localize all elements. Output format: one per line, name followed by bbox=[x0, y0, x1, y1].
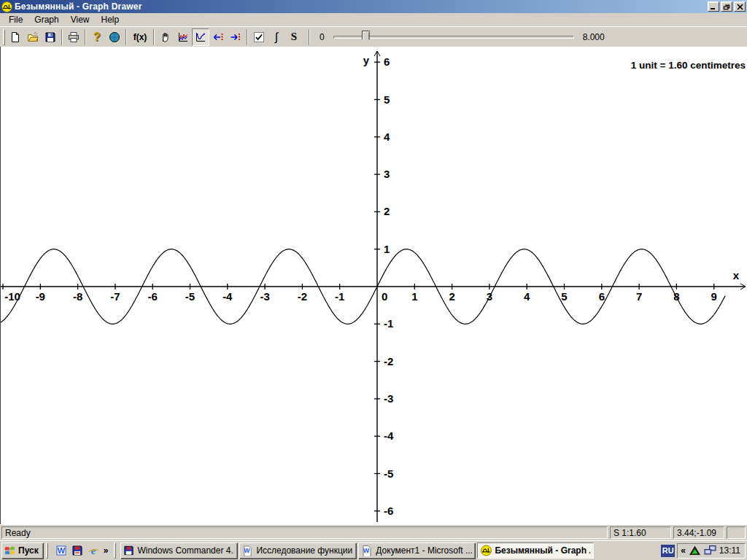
taskband-gripper[interactable] bbox=[114, 542, 116, 559]
quick-word-shortcut[interactable]: W bbox=[55, 545, 68, 557]
globe-button[interactable] bbox=[106, 28, 123, 46]
task-word-document1[interactable]: W Документ1 - Microsoft ... bbox=[358, 542, 475, 559]
task-windows-commander[interactable]: Windows Commander 4.... bbox=[120, 542, 237, 559]
language-indicator[interactable]: RU bbox=[661, 545, 675, 557]
svg-text:-10: -10 bbox=[4, 290, 20, 303]
graph-area: -10-9-8-7-6-5-4-3-2-1123456789654321-1-2… bbox=[0, 47, 747, 524]
svg-text:1: 1 bbox=[384, 243, 390, 255]
toolbar-separator bbox=[153, 29, 155, 45]
multi-graph-button[interactable] bbox=[174, 28, 192, 46]
parameter-slider-group: 0 8.000 bbox=[320, 32, 605, 42]
start-label: Пуск bbox=[18, 545, 39, 556]
svg-text:4: 4 bbox=[524, 290, 530, 303]
tray-panel: « 13:11 bbox=[677, 543, 746, 559]
svg-text:2: 2 bbox=[449, 290, 454, 303]
plot-canvas[interactable]: -10-9-8-7-6-5-4-3-2-1123456789654321-1-2… bbox=[1, 47, 747, 524]
svg-text:-3: -3 bbox=[384, 392, 393, 405]
close-icon bbox=[737, 4, 743, 10]
word-doc-icon: W bbox=[242, 545, 253, 556]
help-icon: ? bbox=[93, 31, 101, 44]
task-label: Windows Commander 4.... bbox=[137, 545, 234, 556]
title-bar: Безымянный - Graph Drawer bbox=[0, 0, 747, 13]
arrow-left-dotted-icon bbox=[212, 31, 224, 43]
svg-text:-8: -8 bbox=[73, 290, 82, 303]
svg-text:W: W bbox=[58, 546, 66, 555]
toolbar-separator bbox=[61, 29, 63, 45]
menu-graph[interactable]: Graph bbox=[28, 14, 64, 26]
toolbar-gripper[interactable] bbox=[3, 29, 5, 45]
svg-text:0: 0 bbox=[382, 290, 387, 303]
print-button[interactable] bbox=[65, 28, 82, 46]
menu-view[interactable]: View bbox=[65, 14, 96, 26]
chart-lines-icon bbox=[177, 31, 189, 43]
svg-text:-9: -9 bbox=[36, 290, 45, 303]
integral-icon: ∫ bbox=[275, 31, 278, 44]
new-button[interactable] bbox=[7, 28, 24, 46]
show-graph-checkbox[interactable] bbox=[250, 28, 268, 46]
svg-text:-1: -1 bbox=[335, 290, 344, 303]
quick-commander-shortcut[interactable] bbox=[71, 545, 84, 557]
quick-launch: W e » bbox=[51, 545, 113, 557]
svg-text:2: 2 bbox=[384, 205, 390, 217]
app-icon[interactable] bbox=[1, 1, 12, 12]
integral-button[interactable]: ∫ bbox=[268, 28, 285, 46]
internet-explorer-icon: e bbox=[88, 545, 99, 556]
close-button[interactable] bbox=[734, 1, 746, 12]
word-icon: W bbox=[55, 545, 67, 556]
unit-annotation: 1 unit = 1.60 centimetres bbox=[631, 60, 746, 71]
svg-text:-2: -2 bbox=[384, 355, 393, 368]
svg-text:6: 6 bbox=[599, 290, 605, 303]
toolbar-separator bbox=[85, 29, 86, 45]
svg-text:x: x bbox=[733, 269, 740, 281]
minimize-icon bbox=[710, 4, 717, 10]
status-bar: Ready S 1:1.60 3.44;-1.09 bbox=[0, 524, 747, 540]
hand-icon bbox=[160, 31, 171, 43]
function-button[interactable]: f(x) bbox=[129, 28, 151, 46]
task-word-issledovanie[interactable]: W Исследование функции... bbox=[239, 542, 356, 559]
window-title: Безымянный - Graph Drawer bbox=[15, 1, 706, 12]
svg-text:y: y bbox=[363, 54, 370, 66]
status-coordinates: 3.44;-1.09 bbox=[673, 526, 724, 539]
tray-clock[interactable]: 13:11 bbox=[719, 545, 740, 556]
s-icon: S bbox=[291, 31, 297, 43]
quick-internet-explorer-shortcut[interactable]: e bbox=[88, 545, 100, 557]
new-icon bbox=[9, 31, 21, 43]
task-label: Безымянный - Graph ... bbox=[495, 545, 590, 556]
menu-file[interactable]: File bbox=[3, 14, 28, 26]
status-ready: Ready bbox=[1, 526, 608, 539]
graph-drawer-icon bbox=[481, 545, 492, 556]
save-button[interactable] bbox=[42, 28, 59, 46]
help-button[interactable]: ? bbox=[88, 28, 106, 46]
pan-hand-button[interactable] bbox=[157, 28, 174, 46]
svg-text:W: W bbox=[363, 547, 370, 554]
step-left-button[interactable] bbox=[209, 28, 227, 46]
tray-chevron[interactable]: « bbox=[681, 545, 686, 556]
step-right-button[interactable] bbox=[227, 28, 244, 46]
open-button[interactable] bbox=[24, 28, 42, 46]
restore-icon bbox=[723, 4, 730, 10]
task-label: Исследование функции... bbox=[256, 545, 353, 556]
triangle-icon[interactable] bbox=[689, 545, 701, 556]
toolbar-separator bbox=[247, 29, 248, 45]
s-button[interactable]: S bbox=[285, 28, 303, 46]
checkbox-checked-icon bbox=[253, 31, 265, 43]
slider-thumb[interactable] bbox=[362, 31, 370, 44]
start-button[interactable]: Пуск bbox=[1, 542, 43, 559]
task-graph-drawer-active[interactable]: Безымянный - Graph ... bbox=[477, 542, 594, 559]
parameter-slider[interactable] bbox=[333, 36, 574, 39]
quick-launch-gripper[interactable] bbox=[46, 542, 48, 559]
menu-help[interactable]: Help bbox=[96, 14, 125, 26]
floppy-icon bbox=[123, 545, 134, 556]
svg-text:-6: -6 bbox=[148, 290, 158, 303]
svg-text:3: 3 bbox=[384, 168, 390, 180]
curve-graph-button[interactable] bbox=[192, 28, 209, 46]
word-doc-icon: W bbox=[361, 545, 373, 556]
svg-text:7: 7 bbox=[636, 290, 642, 303]
svg-text:-5: -5 bbox=[384, 467, 393, 480]
network-icon[interactable] bbox=[704, 545, 716, 556]
minimize-button[interactable] bbox=[708, 1, 719, 12]
slider-value-label: 8.000 bbox=[583, 32, 605, 42]
restore-button[interactable] bbox=[721, 1, 732, 12]
svg-text:-1: -1 bbox=[384, 317, 393, 330]
quick-launch-overflow-chevron[interactable]: » bbox=[104, 545, 109, 556]
